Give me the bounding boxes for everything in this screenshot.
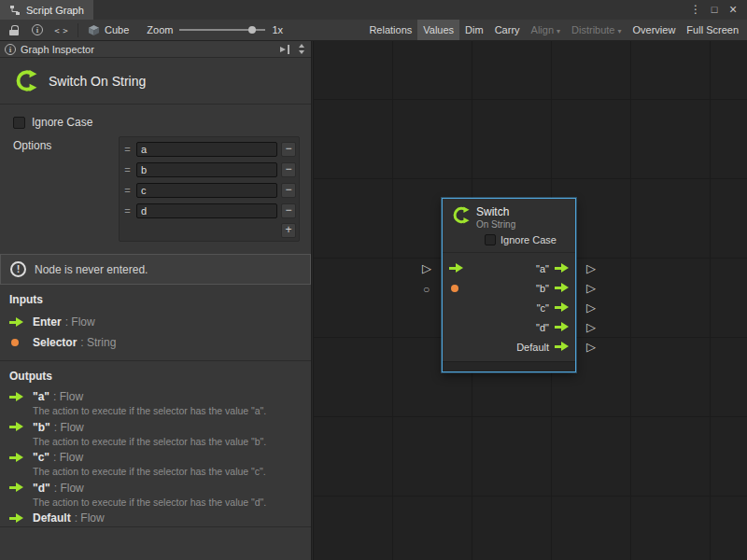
inspector-toggle-button[interactable] — [26, 21, 49, 39]
flow-port-icon — [9, 392, 23, 402]
dim-button[interactable]: Dim — [459, 20, 489, 40]
ignore-case-row: Ignore Case — [13, 116, 300, 129]
remove-option-button[interactable]: − — [281, 203, 296, 218]
add-option-button[interactable]: + — [281, 223, 296, 238]
node-row-a: "a" — [443, 259, 575, 278]
align-button[interactable]: Align — [526, 20, 566, 40]
port-description: The action to execute if the selector ha… — [33, 436, 302, 448]
collapse-expand-icon[interactable] — [298, 44, 306, 55]
port-type: : String — [80, 336, 116, 349]
inputs-header: Inputs — [0, 285, 311, 312]
warning-box: Node is never entered. — [0, 254, 311, 285]
flow-port-icon — [9, 513, 23, 524]
options-label: Options — [13, 136, 51, 242]
flow-port-icon[interactable] — [555, 263, 569, 273]
node-row-b: "b" — [443, 278, 575, 298]
external-output-socket-c[interactable] — [586, 301, 596, 314]
chevron-down-icon — [554, 24, 560, 35]
script-graph-icon — [9, 5, 21, 16]
option-input-1[interactable] — [136, 162, 277, 177]
node-ignore-case-checkbox[interactable] — [485, 234, 496, 245]
node-ignore-case-row: Ignore Case — [443, 231, 575, 253]
drag-handle-icon[interactable] — [122, 144, 133, 155]
flow-port-icon[interactable] — [555, 283, 569, 293]
drag-handle-icon[interactable] — [122, 185, 133, 196]
full-screen-button[interactable]: Full Screen — [681, 20, 744, 40]
output-row-a: "a": Flow — [0, 388, 311, 405]
port-name: "c" — [33, 451, 49, 464]
node-port-label: "d" — [536, 322, 549, 333]
node-subtitle: On String — [476, 219, 515, 230]
option-input-0[interactable] — [136, 142, 277, 157]
external-output-socket-default[interactable] — [586, 341, 596, 353]
node-port-label: Default — [516, 342, 549, 353]
node-body[interactable]: Switch On String Ignore Case "a" "b" — [442, 198, 576, 372]
drag-handle-icon[interactable] — [122, 164, 133, 175]
flow-port-icon[interactable] — [555, 302, 569, 313]
zoom-slider-knob[interactable] — [248, 26, 256, 34]
port-name: Enter — [33, 315, 62, 329]
port-name: "a" — [33, 390, 49, 403]
external-enter-socket[interactable] — [422, 262, 431, 274]
lock-icon — [9, 25, 19, 35]
overview-button[interactable]: Overview — [627, 20, 682, 40]
flow-port-icon[interactable] — [555, 322, 569, 332]
remove-option-button[interactable]: − — [281, 162, 296, 177]
close-icon[interactable] — [724, 0, 742, 21]
relations-button[interactable]: Relations — [363, 20, 417, 40]
tab-label: Script Graph — [26, 5, 84, 16]
cube-icon — [88, 24, 100, 36]
graph-target[interactable]: Cube — [84, 24, 133, 36]
remove-option-button[interactable]: − — [281, 142, 296, 157]
edit-graph-button[interactable] — [49, 21, 72, 39]
output-row-default: Default: Flow — [0, 510, 311, 526]
node-footer — [443, 361, 575, 371]
port-name: "d" — [33, 482, 50, 495]
port-name: Default — [33, 511, 71, 525]
window-menu-icon[interactable] — [686, 0, 705, 20]
graph-inspector-panel: Graph Inspector Switch On String Ignore … — [0, 41, 312, 560]
option-input-3[interactable] — [136, 203, 277, 218]
node-port-label: "c" — [537, 302, 549, 314]
remove-option-button[interactable]: − — [281, 183, 296, 198]
option-input-2[interactable] — [136, 183, 277, 198]
toolbar-buttons: Relations Values Dim Carry Align Distrib… — [363, 20, 744, 40]
output-row-b: "b": Flow — [0, 419, 311, 436]
zoom-control: Zoom 1x — [147, 24, 283, 35]
tab-script-graph[interactable]: Script Graph — [0, 0, 93, 20]
carry-button[interactable]: Carry — [489, 20, 526, 40]
node-title: Switch — [476, 205, 515, 218]
input-row-enter: Enter: Flow — [0, 312, 311, 332]
target-name: Cube — [105, 24, 129, 35]
options-section: Options − − − − + — [13, 136, 300, 242]
option-row: − — [121, 180, 297, 201]
flow-port-icon — [9, 483, 23, 493]
ignore-case-checkbox[interactable] — [13, 117, 25, 129]
values-button[interactable]: Values — [417, 20, 459, 40]
lock-button[interactable] — [3, 21, 25, 39]
maximize-icon[interactable] — [705, 0, 724, 20]
distribute-label: Distribute — [571, 24, 614, 35]
distribute-button[interactable]: Distribute — [566, 20, 627, 40]
port-description: The action to execute if the selector ha… — [33, 497, 302, 509]
external-selector-socket[interactable] — [423, 283, 430, 295]
flow-port-icon[interactable] — [555, 342, 569, 352]
node-row-d: "d" — [443, 317, 575, 337]
output-row-c: "c": Flow — [0, 449, 311, 466]
enter-port-icon[interactable] — [449, 263, 463, 273]
window-titlebar: Script Graph — [0, 0, 747, 20]
drag-handle-icon[interactable] — [122, 205, 133, 217]
dock-icon[interactable] — [280, 45, 290, 54]
graph-canvas[interactable]: Switch On String Ignore Case "a" "b" — [313, 41, 747, 560]
selector-port-icon[interactable] — [451, 285, 458, 292]
value-port-icon — [11, 339, 19, 346]
code-icon — [54, 23, 66, 36]
port-type: : Flow — [54, 482, 84, 495]
input-row-selector: Selector: String — [0, 332, 311, 353]
info-icon — [32, 24, 43, 35]
external-output-socket-a[interactable] — [586, 262, 596, 274]
external-output-socket-b[interactable] — [586, 282, 596, 294]
info-icon — [5, 44, 16, 55]
zoom-slider[interactable] — [179, 24, 265, 35]
external-output-socket-d[interactable] — [586, 321, 596, 333]
